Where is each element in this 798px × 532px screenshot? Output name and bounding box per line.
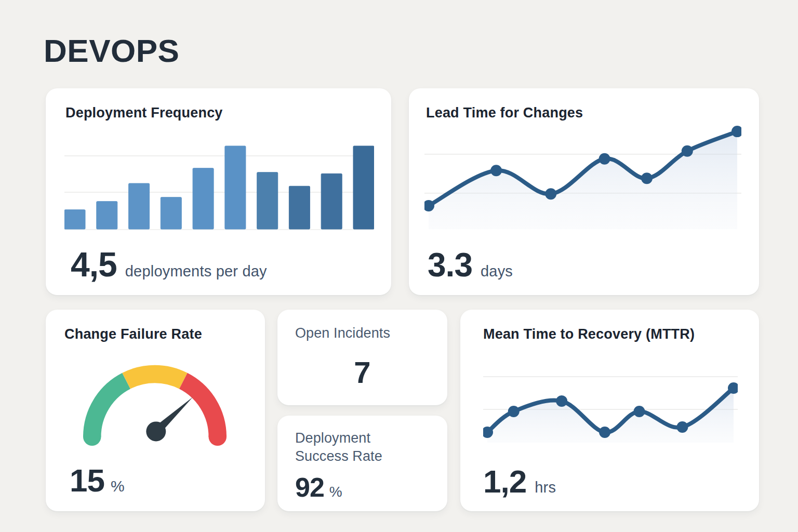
deployment-success-rate-card: Deployment Success Rate 92 % [277,416,447,511]
deployment-frequency-bar-chart [64,141,374,230]
deployment-frequency-unit: deployments per day [125,263,267,280]
lead-time-unit: days [481,263,513,280]
open-incidents-value: 7 [354,355,370,389]
mttr-card: Mean Time to Recovery (MTTR) 1,2 hrs [460,310,759,511]
deployment-success-rate-unit: % [329,484,342,500]
change-failure-rate-unit: % [111,477,125,495]
devops-dashboard: DEVOPS Deployment Frequency 4,5 deployme… [0,0,798,532]
deployment-frequency-value: 4,5 [71,247,117,282]
mttr-value: 1,2 [483,466,526,498]
open-incidents-title: Open Incidents [295,324,390,342]
change-failure-rate-kpi: 15 % [70,464,125,497]
deployment-success-rate-value: 92 [295,474,324,501]
mttr-line-chart [483,358,738,447]
lead-time-card: Lead Time for Changes 3.3 days [409,88,759,295]
lead-time-line-chart [424,117,741,232]
change-failure-rate-value: 15 [70,464,104,497]
lead-time-kpi: 3.3 days [428,248,513,282]
page-title: DEVOPS [44,32,179,69]
deployment-frequency-card: Deployment Frequency 4,5 deployments per… [46,88,391,295]
mttr-kpi: 1,2 hrs [483,466,556,498]
deployment-success-rate-kpi: 92 % [295,474,342,501]
deployment-frequency-title: Deployment Frequency [65,105,223,121]
mttr-title: Mean Time to Recovery (MTTR) [483,326,695,342]
deployment-success-rate-title: Deployment Success Rate [295,429,415,465]
change-failure-rate-title: Change Failure Rate [64,326,202,342]
deployment-frequency-kpi: 4,5 deployments per day [71,247,267,282]
lead-time-value: 3.3 [428,248,472,282]
change-failure-rate-card: Change Failure Rate 15 % [46,310,265,511]
change-failure-rate-gauge [59,347,250,449]
open-incidents-card: Open Incidents 7 [277,310,447,405]
open-incidents-kpi: 7 [277,357,447,388]
mttr-unit: hrs [535,479,556,496]
